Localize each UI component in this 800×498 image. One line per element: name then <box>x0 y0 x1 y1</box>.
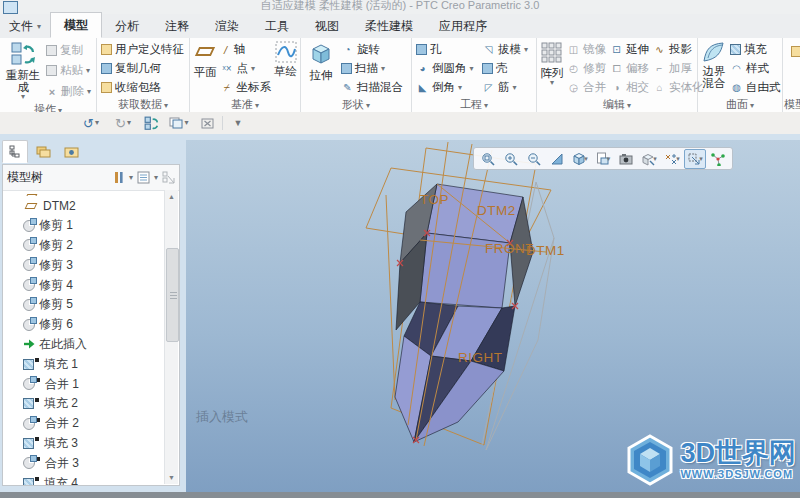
fill-button[interactable]: 填充 <box>730 41 781 59</box>
shrinkwrap-button[interactable]: 收缩包络 <box>101 79 184 97</box>
undo-button[interactable]: ↺▾ <box>78 114 104 132</box>
tab-analysis[interactable]: 分析 <box>102 14 152 38</box>
style-button[interactable]: ◠ 样式 <box>730 60 781 78</box>
axis-button[interactable]: / 轴 <box>221 41 272 59</box>
extend-button[interactable]: ⊡ 延伸 <box>610 41 649 59</box>
tree-item-insert-here[interactable]: 在此插入 <box>3 335 165 355</box>
tab-model[interactable]: 模型 <box>50 12 102 38</box>
tree-scrollbar[interactable]: ▲ ▼ <box>164 190 178 484</box>
shell-button[interactable]: 壳 <box>482 60 528 78</box>
refit-button[interactable] <box>477 149 499 169</box>
delete-button[interactable]: × 删除 ▾ <box>46 83 91 101</box>
paste-button[interactable]: 粘贴 ▾ <box>46 62 91 80</box>
copy-geometry-button[interactable]: 复制几何 <box>101 60 184 78</box>
thicken-button[interactable]: ⌐ 加厚 <box>653 60 704 78</box>
display-style-button[interactable]: ▾ <box>569 149 591 169</box>
group-label-get-data[interactable]: 获取数据▾ <box>97 97 189 112</box>
tab-flexible-modeling[interactable]: 柔性建模 <box>352 14 426 38</box>
tree-item-merge-3[interactable]: 合并 3 <box>3 453 165 473</box>
sketch-button[interactable]: 草绘 <box>273 40 298 97</box>
tree-item-trim-5[interactable]: 修剪 5 <box>3 295 165 315</box>
point-button[interactable]: ˣ× 点 ▾ <box>221 60 272 78</box>
solidify-button[interactable]: ⌂ 实体化 <box>653 79 704 97</box>
saved-orientations-button[interactable]: ▾ <box>592 149 614 169</box>
tree-item-fill-4[interactable]: 填充 4 <box>3 473 165 485</box>
tree-item-fill-2[interactable]: 填充 2 <box>3 394 165 414</box>
intersect-button[interactable]: ◑ 相交 <box>610 79 649 97</box>
scroll-up-icon[interactable]: ▲ <box>165 190 178 203</box>
tab-tools[interactable]: 工具 <box>252 14 302 38</box>
regenerate-button[interactable]: 重新生成 ▾ <box>2 40 44 102</box>
revolve-button[interactable]: ◔ 旋转 <box>341 41 403 59</box>
model-tree-tab[interactable] <box>2 140 28 163</box>
tree-item-trim-6[interactable]: 修剪 6 <box>3 315 165 335</box>
tree-settings-icon[interactable] <box>137 171 150 184</box>
save-button[interactable] <box>54 114 72 132</box>
dropdown-caret-icon[interactable]: ▾ <box>154 174 158 182</box>
hole-button[interactable]: 孔 <box>416 41 478 59</box>
spin-center-button[interactable] <box>707 149 729 169</box>
window-switch-button[interactable]: ▾ <box>166 114 192 132</box>
extrude-button[interactable]: 拉伸 <box>303 40 339 97</box>
tab-view[interactable]: 视图 <box>302 14 352 38</box>
merge-button[interactable]: ◶ 合并 <box>567 79 606 97</box>
boundary-blend-button[interactable]: 边界混合 <box>700 40 728 97</box>
dropdown-caret-icon[interactable]: ▾ <box>129 174 133 182</box>
datum-display-button[interactable]: ▾ <box>661 149 683 169</box>
redo-button[interactable]: ↻▾ <box>110 114 136 132</box>
repaint-button[interactable] <box>546 149 568 169</box>
offset-button[interactable]: ⧠ 偏移 <box>610 60 649 78</box>
round-button[interactable]: ◕ 倒圆角 ▾ <box>416 60 478 78</box>
group-label-editing[interactable]: 编辑▾ <box>537 97 697 112</box>
udf-button[interactable]: 用户定义特征 <box>101 41 184 59</box>
freestyle-button[interactable]: ◍ 自由式 <box>730 79 781 97</box>
tab-applications[interactable]: 应用程序 <box>426 14 500 38</box>
customize-toolbar-button[interactable]: ▼ <box>229 114 247 132</box>
tree-item-merge-1[interactable]: 合并 1 <box>3 374 165 394</box>
trim-button[interactable]: ◴ 修剪 <box>567 60 606 78</box>
tree-tools-icon[interactable] <box>112 171 125 184</box>
tree-item-trim-1[interactable]: 修剪 1 <box>3 216 165 236</box>
graphics-viewport[interactable]: TOP DTM2 FRONT DTM1 RIGHT 插入模式 <box>186 140 800 492</box>
close-window-button[interactable] <box>198 114 216 132</box>
project-button[interactable]: ∿ 投影 <box>653 41 704 59</box>
favorites-tab[interactable] <box>58 140 84 163</box>
open-button[interactable] <box>30 114 48 132</box>
tree-item-dtm2[interactable]: DTM2 <box>3 196 165 216</box>
pattern-button[interactable]: 阵列 ▾ <box>539 40 565 97</box>
group-label-shapes[interactable]: 形状▾ <box>301 97 411 112</box>
chamfer-button[interactable]: ◣ 倒角 ▾ <box>416 79 478 97</box>
tree-filter-icon[interactable] <box>162 171 175 184</box>
tree-item-fill-3[interactable]: 填充 3 <box>3 434 165 454</box>
group-label-model-intent[interactable]: 模型 <box>783 97 800 112</box>
zoom-out-button[interactable] <box>523 149 545 169</box>
tab-render[interactable]: 渲染 <box>202 14 252 38</box>
tree-item-merge-2[interactable]: 合并 2 <box>3 414 165 434</box>
new-file-button[interactable] <box>6 114 24 132</box>
scroll-down-icon[interactable]: ▼ <box>165 471 178 484</box>
draft-button[interactable]: ◹ 拔模 ▾ <box>482 41 528 59</box>
scrollbar-thumb[interactable] <box>166 248 179 342</box>
group-label-engineering[interactable]: 工程▾ <box>412 97 536 112</box>
section-button[interactable]: ▾ <box>638 149 660 169</box>
tree-item-trim-4[interactable]: 修剪 4 <box>3 275 165 295</box>
mirror-button[interactable]: ◫ 镜像 <box>567 41 606 59</box>
sweep-button[interactable]: 扫描 ▾ <box>341 60 403 78</box>
folder-browser-tab[interactable] <box>30 140 56 163</box>
datum-plane-button[interactable]: 平面 <box>192 40 219 97</box>
tab-file[interactable]: 文件 ▾ <box>0 14 50 38</box>
group-label-datum[interactable]: 基准▾ <box>190 97 300 112</box>
annotation-display-button[interactable]: ▾ <box>684 149 706 169</box>
tree-item-fill-1[interactable]: 填充 1 <box>3 354 165 374</box>
zoom-in-button[interactable] <box>500 149 522 169</box>
swept-blend-button[interactable]: ✎ 扫描混合 <box>341 79 403 97</box>
copy-button[interactable]: 复制 <box>46 41 91 59</box>
tree-item-trim-3[interactable]: 修剪 3 <box>3 255 165 275</box>
group-label-surfaces[interactable]: 曲面▾ <box>698 97 782 112</box>
csys-button[interactable]: ⌿ 坐标系 <box>221 79 272 97</box>
regenerate-quick-button[interactable] <box>142 114 160 132</box>
view-manager-button[interactable] <box>615 149 637 169</box>
tree-item-trim-2[interactable]: 修剪 2 <box>3 236 165 256</box>
tab-annotate[interactable]: 注释 <box>152 14 202 38</box>
rib-button[interactable]: ◸ 筋 ▾ <box>482 79 528 97</box>
